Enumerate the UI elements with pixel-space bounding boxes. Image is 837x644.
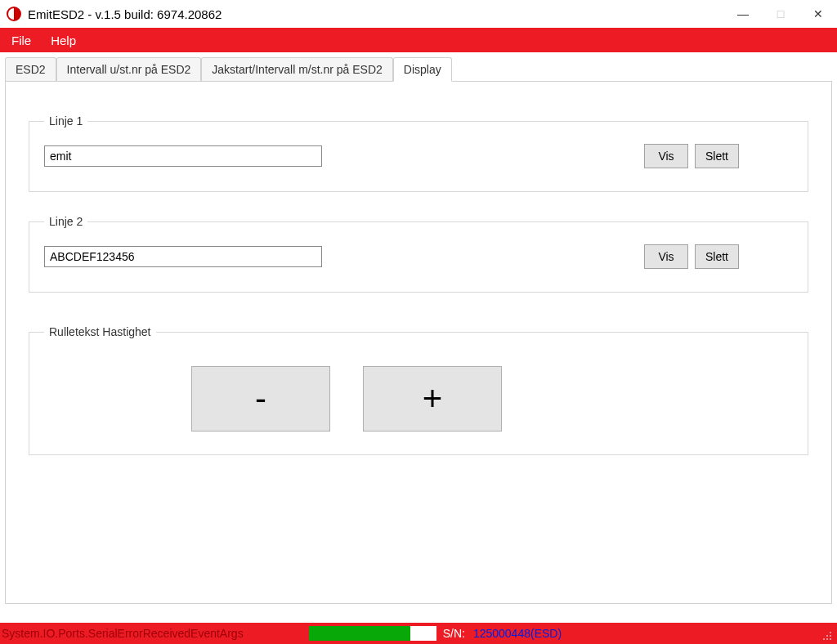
menubar: File Help — [0, 28, 837, 52]
legend-speed: Rulletekst Hastighet — [44, 325, 156, 338]
svg-point-1 — [830, 632, 831, 633]
window-controls: — □ ✕ — [724, 0, 837, 28]
close-button[interactable]: ✕ — [799, 0, 837, 28]
sn-value: 125000448(ESD) — [473, 627, 562, 640]
svg-point-4 — [823, 638, 825, 640]
vis-line1-button[interactable]: Vis — [644, 144, 688, 168]
minimize-button[interactable]: — — [724, 0, 762, 28]
tabpanel-display: Linje 1 Vis Slett Linje 2 Vis Slett Rull… — [5, 81, 832, 604]
tab-jakstart-interval[interactable]: Jakstart/Intervall m/st.nr på ESD2 — [201, 57, 393, 82]
maximize-button[interactable]: □ — [762, 0, 799, 28]
titlebar: EmitESD2 - v.1.5 build: 6974.20862 — □ ✕ — [0, 0, 837, 28]
status-message: System.IO.Ports.SerialErrorReceivedEvent… — [2, 627, 244, 640]
legend-line2: Linje 2 — [44, 215, 87, 228]
window-title: EmitESD2 - v.1.5 build: 6974.20862 — [28, 7, 222, 21]
tabstrip: ESD2 Intervall u/st.nr på ESD2 Jakstart/… — [5, 57, 837, 82]
content-area: ESD2 Intervall u/st.nr på ESD2 Jakstart/… — [0, 52, 837, 623]
progress-bar — [309, 626, 436, 641]
speed-minus-button[interactable]: - — [191, 366, 330, 432]
svg-point-3 — [830, 635, 831, 637]
group-line1: Linje 1 Vis Slett — [29, 114, 808, 192]
speed-plus-button[interactable]: + — [363, 366, 502, 432]
app-icon — [7, 7, 21, 21]
tab-interval-no-stnr[interactable]: Intervall u/st.nr på ESD2 — [56, 57, 202, 82]
sn-label: S/N: — [443, 627, 465, 640]
vis-line2-button[interactable]: Vis — [644, 244, 688, 269]
tab-esd2[interactable]: ESD2 — [5, 57, 56, 82]
progress-fill — [309, 626, 411, 641]
svg-point-2 — [826, 635, 828, 637]
svg-point-6 — [830, 638, 831, 640]
resize-grip-icon[interactable] — [817, 626, 832, 641]
statusbar: System.IO.Ports.SerialErrorReceivedEvent… — [0, 623, 837, 644]
group-line2: Linje 2 Vis Slett — [29, 215, 808, 293]
input-line1[interactable] — [44, 145, 322, 167]
svg-point-5 — [826, 638, 828, 640]
tab-display[interactable]: Display — [393, 57, 452, 82]
menu-help[interactable]: Help — [51, 34, 76, 47]
slett-line1-button[interactable]: Slett — [695, 144, 739, 168]
menu-file[interactable]: File — [11, 34, 31, 47]
input-line2[interactable] — [44, 246, 322, 267]
slett-line2-button[interactable]: Slett — [695, 244, 739, 269]
group-speed: Rulletekst Hastighet - + — [29, 325, 808, 455]
legend-line1: Linje 1 — [44, 114, 87, 127]
